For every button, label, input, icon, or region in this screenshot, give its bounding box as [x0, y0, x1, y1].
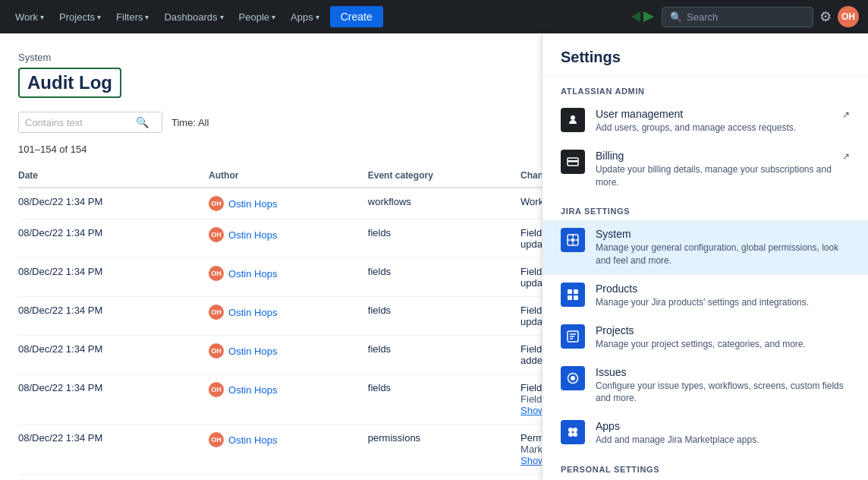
settings-apps[interactable]: Apps Add and manage Jira Marketplace app…: [542, 412, 868, 454]
cell-date: 08/Dec/22 1:34 PM: [18, 219, 209, 258]
settings-icon[interactable]: ⚙: [816, 5, 835, 28]
time-filter[interactable]: Time: All: [171, 117, 209, 128]
cell-date: 08/Dec/22 1:34 PM: [18, 336, 209, 374]
section-atlassian-admin: ATLASSIAN ADMIN: [542, 76, 868, 100]
settings-system[interactable]: ➜ System Manage your general configurati…: [542, 220, 868, 275]
apps-chevron-icon: ▾: [316, 13, 319, 21]
author-link[interactable]: Ostin Hops: [228, 434, 277, 446]
settings-user-management[interactable]: User management Add users, groups, and m…: [542, 100, 868, 142]
main-wrapper: System Audit Log 🔍 Time: All 101–154 of …: [0, 33, 868, 480]
billing-desc: Update your billing details, manage your…: [596, 163, 850, 189]
work-chevron-icon: ▾: [40, 13, 44, 21]
cell-author: OHOstin Hops: [209, 188, 368, 219]
svg-point-21: [573, 432, 577, 437]
user-management-desc: Add users, groups, and manage access req…: [596, 122, 850, 134]
system-icon: [561, 228, 585, 252]
author-link[interactable]: Ostin Hops: [228, 346, 277, 357]
author-link[interactable]: Ostin Hops: [228, 384, 277, 396]
cell-category: permissions: [368, 425, 520, 475]
top-navigation: Work ▾ Projects ▾ Filters ▾ Dashboards ▾…: [0, 0, 868, 33]
billing-icon: [561, 150, 585, 174]
author-link[interactable]: Ostin Hops: [228, 307, 277, 318]
filter-input[interactable]: [25, 117, 131, 128]
search-bar[interactable]: 🔍: [662, 7, 813, 27]
settings-issues[interactable]: Issues Configure your issue types, workf…: [542, 358, 868, 413]
author-avatar: OH: [209, 382, 224, 397]
svg-rect-8: [568, 289, 572, 294]
apps-title: Apps: [596, 420, 850, 432]
svg-point-19: [573, 428, 577, 432]
issues-icon: [561, 366, 585, 390]
user-management-external-icon: ↗: [842, 109, 850, 120]
cell-category: fields: [368, 219, 520, 258]
search-input[interactable]: [687, 11, 785, 23]
filter-search-icon[interactable]: 🔍: [136, 116, 149, 128]
nav-filters[interactable]: Filters ▾: [110, 7, 155, 27]
svg-rect-1: [568, 160, 578, 163]
cell-category: workflows: [368, 188, 520, 219]
svg-point-20: [568, 432, 573, 437]
cell-date: 08/Dec/22 1:34 PM: [18, 297, 209, 336]
author-avatar: OH: [209, 196, 224, 211]
author-avatar: OH: [209, 432, 224, 447]
author-link[interactable]: Ostin Hops: [228, 198, 277, 210]
projects-icon: [561, 324, 585, 349]
nav-work[interactable]: Work ▾: [9, 7, 50, 27]
cell-category: fields: [368, 297, 520, 336]
filters-chevron-icon: ▾: [145, 13, 149, 21]
user-management-icon: [561, 108, 585, 132]
author-avatar: OH: [209, 227, 224, 242]
people-chevron-icon: ▾: [272, 13, 275, 21]
author-link[interactable]: Ostin Hops: [228, 229, 277, 241]
system-title: System: [596, 228, 850, 240]
cell-category: fields: [368, 258, 520, 297]
nav-dashboards[interactable]: Dashboards ▾: [158, 7, 229, 27]
col-date: Date: [18, 164, 209, 188]
cell-date: 08/Dec/22 1:34 PM: [18, 425, 209, 475]
products-desc: Manage your Jira products' settings and …: [596, 296, 850, 309]
settings-title: Settings: [542, 33, 868, 76]
apps-icon: [561, 420, 585, 444]
settings-projects[interactable]: Projects Manage your project settings, c…: [542, 317, 868, 358]
billing-title: Billing: [596, 150, 850, 162]
settings-billing[interactable]: Billing Update your billing details, man…: [542, 142, 868, 197]
col-author: Author: [209, 164, 368, 188]
issues-title: Issues: [596, 366, 850, 378]
dashboards-chevron-icon: ▾: [220, 13, 224, 21]
section-personal-settings: PERSONAL SETTINGS: [542, 454, 868, 478]
settings-panel: Settings ATLASSIAN ADMIN User management…: [542, 33, 868, 480]
nav-apps[interactable]: Apps ▾: [285, 7, 326, 27]
search-icon: 🔍: [670, 11, 682, 23]
cell-author: OHOstin Hops: [209, 425, 368, 475]
arrow-left-icon: [631, 11, 640, 22]
billing-external-icon: ↗: [842, 151, 850, 162]
issues-desc: Configure your issue types, workflows, s…: [596, 380, 850, 406]
cell-date: 08/Dec/22 1:34 PM: [18, 188, 209, 219]
system-desc: Manage your general configuration, globa…: [596, 242, 850, 267]
author-avatar: OH: [209, 305, 224, 320]
user-management-title: User management: [596, 108, 850, 120]
products-title: Products: [596, 283, 850, 295]
nav-projects[interactable]: Projects ▾: [53, 7, 107, 27]
author-link[interactable]: Ostin Hops: [228, 268, 277, 279]
cell-category: fields: [368, 336, 520, 374]
projects-chevron-icon: ▾: [97, 13, 101, 21]
author-avatar: OH: [209, 343, 224, 358]
page-title: Audit Log: [18, 68, 121, 98]
projects-title: Projects: [596, 324, 850, 336]
svg-point-18: [568, 428, 573, 432]
col-category: Event category: [368, 164, 520, 188]
arrow-right-icon: [643, 11, 654, 22]
cell-category: fields: [368, 374, 520, 425]
svg-point-3: [571, 238, 575, 242]
nav-arrows: [631, 11, 654, 22]
create-button[interactable]: Create: [330, 6, 383, 27]
section-jira-settings: JIRA SETTINGS: [542, 196, 868, 220]
filter-input-wrap[interactable]: 🔍: [18, 112, 162, 133]
cell-date: 08/Dec/22 1:34 PM: [18, 258, 209, 297]
settings-products[interactable]: Products Manage your Jira products' sett…: [542, 275, 868, 317]
author-avatar: OH: [209, 266, 224, 281]
svg-rect-11: [574, 295, 578, 300]
avatar[interactable]: OH: [838, 6, 859, 27]
nav-people[interactable]: People ▾: [233, 7, 281, 27]
